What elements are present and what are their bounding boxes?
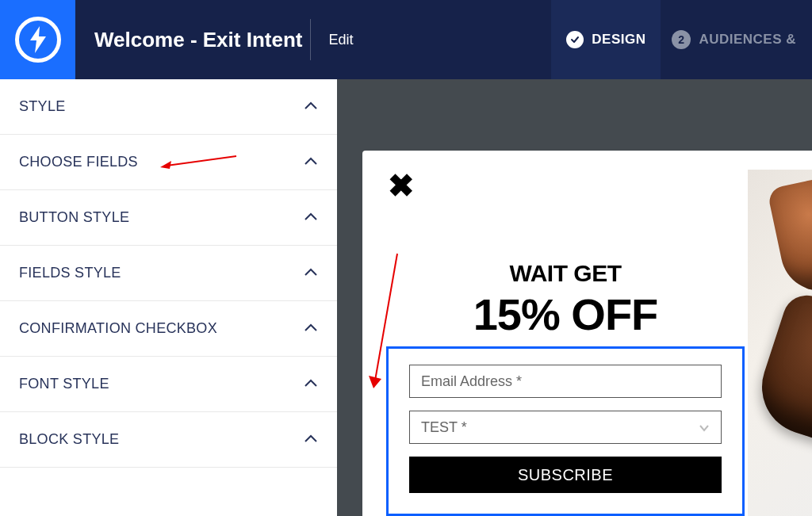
preview-canvas: ✖ WAIT GET 15% OFF Email Address * TEST … (337, 79, 812, 516)
step-audiences-tab[interactable]: 2 AUDIENCES & (661, 0, 812, 79)
chevron-up-icon (304, 211, 318, 225)
app-logo[interactable] (0, 0, 75, 79)
modal-content: ✖ WAIT GET 15% OFF Email Address * TEST … (383, 170, 748, 516)
sidebar-item-label: FONT STYLE (19, 376, 109, 392)
chevron-down-icon (699, 419, 710, 436)
svg-marker-3 (369, 376, 381, 388)
edit-link[interactable]: Edit (328, 32, 353, 48)
chevron-up-icon (304, 433, 318, 447)
step-design-label: DESIGN (592, 32, 645, 48)
headline-big: 15% OFF (383, 289, 748, 340)
chevron-up-icon (304, 100, 318, 114)
step-number-badge: 2 (672, 30, 691, 49)
sidebar-item-label: BUTTON STYLE (19, 209, 129, 226)
sidebar-item-label: CHOOSE FIELDS (19, 154, 138, 170)
check-icon (566, 31, 584, 48)
sidebar-item-confirmation-checkbox[interactable]: CONFIRMATION CHECKBOX (0, 301, 337, 357)
select-label: TEST * (421, 419, 467, 436)
sidebar-item-label: CONFIRMATION CHECKBOX (19, 320, 217, 337)
step-audiences-label: AUDIENCES & (699, 32, 796, 48)
test-select[interactable]: TEST * (409, 411, 722, 444)
sidebar-item-font-style[interactable]: FONT STYLE (0, 357, 337, 412)
email-placeholder: Email Address * (421, 373, 522, 390)
bolt-logo-icon (15, 17, 61, 63)
form-block[interactable]: Email Address * TEST * SUBSCRIBE (386, 346, 745, 516)
chevron-up-icon (304, 377, 318, 392)
chevron-up-icon (304, 322, 318, 336)
page-title: Welcome - Exit Intent (94, 28, 302, 52)
annotation-arrow-icon (159, 135, 238, 189)
sidebar-item-label: BLOCK STYLE (19, 431, 119, 448)
svg-line-0 (167, 156, 236, 166)
sidebar-item-style[interactable]: STYLE (0, 79, 337, 135)
chevron-up-icon (304, 155, 318, 170)
close-icon[interactable]: ✖ (388, 170, 415, 201)
chevron-up-icon (304, 266, 318, 281)
title-area: Welcome - Exit Intent Edit (75, 0, 372, 79)
headline-small: WAIT GET (383, 260, 748, 287)
sidebar-item-fields-style[interactable]: FIELDS STYLE (0, 246, 337, 301)
sidebar-item-label: FIELDS STYLE (19, 265, 121, 281)
email-field[interactable]: Email Address * (409, 365, 722, 398)
sidebar: STYLE CHOOSE FIELDS BUTTON STYLE FIELDS … (0, 79, 337, 516)
svg-marker-1 (160, 161, 171, 169)
divider (310, 19, 311, 60)
modal-image (748, 170, 812, 516)
app-header: Welcome - Exit Intent Edit DESIGN 2 AUDI… (0, 0, 812, 79)
sidebar-item-button-style[interactable]: BUTTON STYLE (0, 190, 337, 246)
step-design-tab[interactable]: DESIGN (551, 0, 661, 79)
body: STYLE CHOOSE FIELDS BUTTON STYLE FIELDS … (0, 79, 812, 516)
subscribe-button[interactable]: SUBSCRIBE (409, 457, 722, 493)
sidebar-item-label: STYLE (19, 98, 66, 115)
sidebar-item-choose-fields[interactable]: CHOOSE FIELDS (0, 135, 337, 190)
popup-modal: ✖ WAIT GET 15% OFF Email Address * TEST … (362, 151, 812, 516)
sidebar-item-block-style[interactable]: BLOCK STYLE (0, 412, 337, 468)
